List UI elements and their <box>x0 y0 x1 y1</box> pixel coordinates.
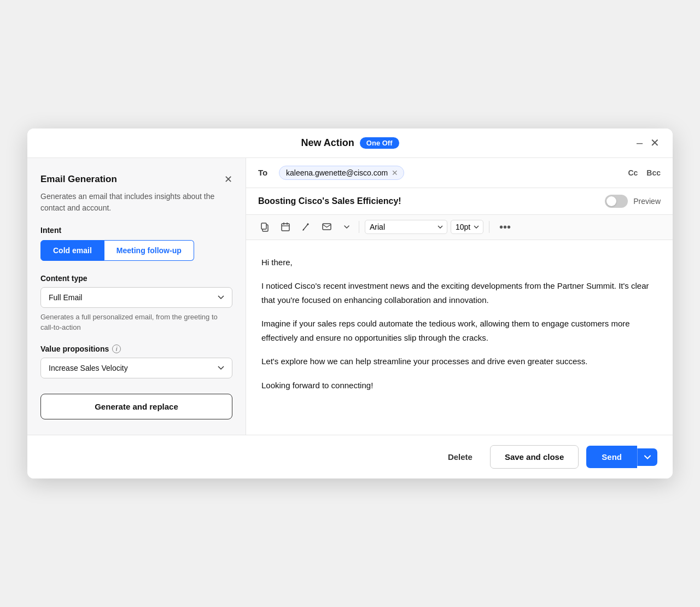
modal-footer: Delete Save and close Send <box>27 435 673 478</box>
modal-title: New Action <box>301 137 354 149</box>
minimize-button[interactable]: – <box>637 137 643 149</box>
modal-dialog: New Action One Off – ✕ Email Generation … <box>27 129 673 479</box>
font-size-select[interactable]: 10pt 11pt 12pt <box>451 220 483 234</box>
value-prop-select[interactable]: Increase Sales Velocity Improve Customer… <box>40 358 232 378</box>
generate-replace-button[interactable]: Generate and replace <box>40 394 232 419</box>
font-family-select[interactable]: Arial Times New Roman Georgia <box>365 220 447 234</box>
toggle-knob <box>606 196 616 206</box>
email-paragraph-3: Let's explore how we can help streamline… <box>261 354 657 369</box>
content-type-select[interactable]: Full Email Subject Line Only Opening Lin… <box>40 287 232 308</box>
toolbar-copy-icon[interactable] <box>256 219 273 235</box>
toolbar-divider <box>359 221 359 233</box>
email-greeting: Hi there, <box>261 255 657 270</box>
email-subject: Boosting Cisco's Sales Efficiency! <box>258 196 597 206</box>
info-icon: i <box>112 345 121 353</box>
preview-toggle[interactable] <box>605 195 628 208</box>
remove-recipient-button[interactable]: ✕ <box>392 169 398 177</box>
email-to-row: To kaleena.gwenette@cisco.com ✕ Cc Bcc <box>246 158 673 188</box>
panel-close-button[interactable]: ✕ <box>224 173 232 185</box>
intent-buttons-group: Cold email Meeting follow-up <box>40 240 232 261</box>
subject-row: Boosting Cisco's Sales Efficiency! Previ… <box>246 188 673 215</box>
value-prop-label: Value propositions i <box>40 345 232 353</box>
svg-point-6 <box>303 229 304 230</box>
modal-body: Email Generation ✕ Generates an email th… <box>27 158 673 435</box>
to-label: To <box>258 168 273 177</box>
toolbar-magic-icon[interactable] <box>298 219 315 235</box>
toolbar-email-dropdown-icon[interactable] <box>340 223 353 232</box>
one-off-badge: One Off <box>360 137 399 149</box>
email-toolbar: Arial Times New Roman Georgia 10pt 11pt … <box>246 215 673 240</box>
send-dropdown-button[interactable] <box>637 448 657 466</box>
header-controls: – ✕ <box>637 136 660 149</box>
intent-cold-email-button[interactable]: Cold email <box>40 240 104 261</box>
svg-rect-7 <box>323 224 331 230</box>
email-closing: Looking forward to connecting! <box>261 378 657 393</box>
close-button[interactable]: ✕ <box>650 136 660 149</box>
toolbar-calendar-icon[interactable] <box>277 219 294 235</box>
preview-label: Preview <box>633 197 661 206</box>
email-paragraph-2: Imagine if your sales reps could automat… <box>261 317 657 345</box>
panel-header: Email Generation ✕ <box>40 173 232 185</box>
toolbar-email-icon[interactable] <box>318 219 337 235</box>
left-panel: Email Generation ✕ Generates an email th… <box>27 158 246 435</box>
recipient-chip: kaleena.gwenette@cisco.com ✕ <box>279 166 404 180</box>
svg-rect-1 <box>261 223 266 229</box>
modal-header: New Action One Off – ✕ <box>27 129 673 158</box>
cc-button[interactable]: Cc <box>628 168 638 177</box>
content-type-label: Content type <box>40 274 232 283</box>
toolbar-divider-2 <box>489 221 489 233</box>
cc-bcc-row: Cc Bcc <box>628 168 661 177</box>
delete-button[interactable]: Delete <box>438 447 482 467</box>
bcc-button[interactable]: Bcc <box>646 168 661 177</box>
right-panel: To kaleena.gwenette@cisco.com ✕ Cc Bcc B… <box>246 158 673 435</box>
email-paragraph-1: I noticed Cisco's recent investment news… <box>261 279 657 307</box>
send-button-group: Send <box>586 446 657 468</box>
preview-toggle-row: Preview <box>605 195 661 208</box>
panel-title: Email Generation <box>40 174 117 185</box>
intent-label: Intent <box>40 226 232 235</box>
panel-description: Generates an email that includes insight… <box>40 191 232 214</box>
content-type-description: Generates a full personalized email, fro… <box>40 312 232 333</box>
toolbar-more-button[interactable]: ••• <box>495 219 515 235</box>
send-button[interactable]: Send <box>586 446 637 468</box>
save-close-button[interactable]: Save and close <box>490 445 579 469</box>
intent-meeting-followup-button[interactable]: Meeting follow-up <box>104 240 194 261</box>
recipient-email: kaleena.gwenette@cisco.com <box>286 168 388 177</box>
svg-rect-2 <box>282 224 289 231</box>
email-body[interactable]: Hi there, I noticed Cisco's recent inves… <box>246 240 673 435</box>
